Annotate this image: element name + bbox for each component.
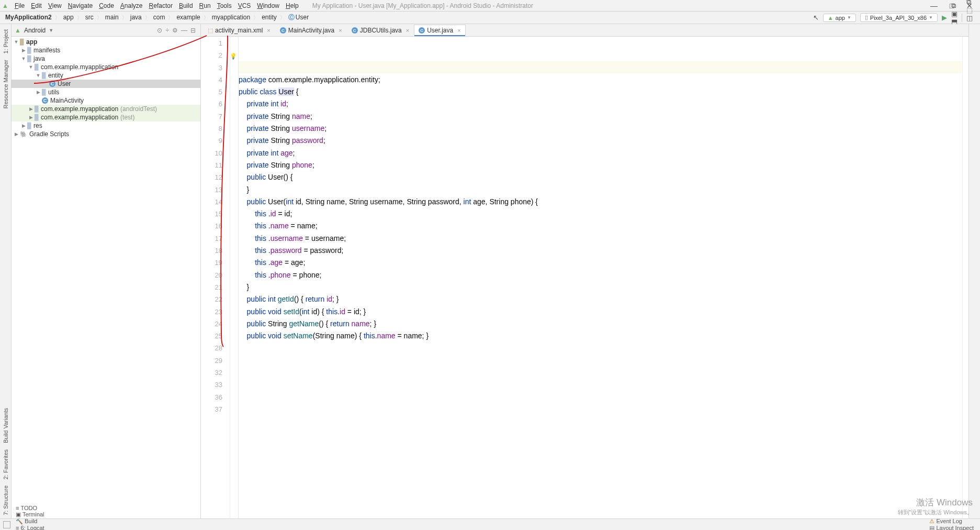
tree-row-manifests[interactable]: ▶▉manifests <box>12 46 200 54</box>
bottom-tab-build[interactable]: 🔨Build <box>13 518 75 525</box>
menu-tools[interactable]: Tools <box>214 1 235 10</box>
twisty-icon[interactable]: ▶ <box>36 90 41 95</box>
toolbar-icon[interactable]: ◫ <box>964 14 977 22</box>
side-tab[interactable]: 2: Favorites <box>3 446 9 482</box>
tree-row-com-example-myapplication[interactable]: ▶▉com.example.myapplication(androidTest) <box>12 105 200 113</box>
file-tab-activity_main-xml[interactable]: ⬚activity_main.xml× <box>203 25 275 36</box>
tree-row-com-example-myapplication[interactable]: ▼▉com.example.myapplication <box>12 63 200 71</box>
code-line[interactable]: public int getId() { return id; } <box>239 293 962 305</box>
code-line[interactable]: private String name; <box>239 111 962 123</box>
twisty-icon[interactable]: ▼ <box>36 73 41 78</box>
panel-tool-icon[interactable]: ⚙ <box>171 27 179 34</box>
twisty-icon[interactable]: ▶ <box>28 115 33 120</box>
breadcrumb[interactable]: ⒸUser <box>286 14 311 21</box>
close-tab-icon[interactable]: × <box>339 27 342 34</box>
toolbar-icon[interactable]: ⬚ <box>964 6 977 14</box>
bottom-tab-eventlog[interactable]: ⚠Event Log <box>926 518 977 525</box>
code-line[interactable]: private String password; <box>239 135 962 147</box>
close-tab-icon[interactable]: × <box>457 27 460 34</box>
tree-row-gradle scripts[interactable]: ▶🐘Gradle Scripts <box>12 130 200 138</box>
code-line[interactable]: this .id = id; <box>239 208 962 220</box>
twisty-icon[interactable]: ▼ <box>28 64 33 70</box>
code-editor[interactable]: 💡 12345678910111213141516171819202122232… <box>201 37 968 518</box>
twisty-icon[interactable]: ▼ <box>14 39 19 45</box>
bottom-tab-todo[interactable]: ≡TODO <box>13 505 75 511</box>
breadcrumb[interactable]: MyApplication2 <box>3 14 54 21</box>
code-line[interactable]: package com.example.myapplication.entity… <box>239 74 962 86</box>
code-line[interactable]: private int age; <box>239 147 962 159</box>
minimize-button[interactable]: — <box>930 2 938 10</box>
twisty-icon[interactable]: ▼ <box>21 56 26 61</box>
code-line[interactable]: } <box>239 281 962 293</box>
side-tab[interactable]: 1: Project <box>3 26 9 57</box>
back-pointer-icon[interactable]: ↖ <box>811 14 821 21</box>
status-icon[interactable] <box>3 521 10 528</box>
tree-row-mainactivity[interactable]: CMainActivity <box>12 96 200 105</box>
code-area[interactable]: package com.example.myapplication.entity… <box>239 37 962 518</box>
chevron-down-icon[interactable]: ▼ <box>49 28 53 33</box>
twisty-icon[interactable]: ▶ <box>21 48 26 53</box>
code-line[interactable]: public class User { <box>239 86 962 98</box>
code-line[interactable]: this .age = age; <box>239 257 962 269</box>
menu-refactor[interactable]: Refactor <box>146 1 176 10</box>
toolbar-icon[interactable]: ▣ <box>949 10 960 18</box>
tree-row-user[interactable]: CUser <box>12 80 200 88</box>
breadcrumb[interactable]: entity <box>260 14 279 21</box>
fold-column[interactable] <box>230 37 239 518</box>
code-line[interactable]: public User() { <box>239 171 962 183</box>
twisty-icon[interactable]: ▶ <box>14 131 19 137</box>
code-line[interactable]: private int id; <box>239 98 962 110</box>
breadcrumb[interactable]: java <box>128 14 144 21</box>
menu-vcs[interactable]: VCS <box>235 1 254 10</box>
file-tab-mainactivity-java[interactable]: CMainActivity.java× <box>275 25 347 36</box>
side-tab[interactable]: Resource Manager <box>3 57 9 112</box>
code-line[interactable]: public void setName(String name) { this.… <box>239 330 962 342</box>
tree-row-res[interactable]: ▶▉res <box>12 122 200 130</box>
bottom-tab-terminal[interactable]: ▣Terminal <box>13 511 75 518</box>
close-tab-icon[interactable]: × <box>406 27 409 34</box>
toolbar-icon[interactable]: ⧉ <box>964 0 977 6</box>
code-line[interactable]: public String getName() { return name; } <box>239 318 962 330</box>
toolbar-icon[interactable]: ⧉ <box>949 2 960 10</box>
run-config-dropdown[interactable]: ▲ app ▼ <box>823 14 856 22</box>
code-line[interactable]: public User(int id, String name, String … <box>239 196 962 208</box>
breadcrumb[interactable]: main <box>103 14 121 21</box>
panel-tool-icon[interactable]: ⊟ <box>189 27 197 34</box>
file-tab-jdbcutils-java[interactable]: CJDBCUtils.java× <box>347 25 414 36</box>
close-tab-icon[interactable]: × <box>267 27 270 34</box>
menu-navigate[interactable]: Navigate <box>65 1 96 10</box>
breadcrumb[interactable]: src <box>83 14 96 21</box>
tree-row-com-example-myapplication[interactable]: ▶▉com.example.myapplication(test) <box>12 113 200 122</box>
panel-tool-icon[interactable]: ⊙ <box>155 27 164 34</box>
panel-tool-icon[interactable]: ÷ <box>164 27 171 34</box>
bottom-tab-layoutinspect[interactable]: ▤Layout Inspect <box>926 525 977 531</box>
tree-row-java[interactable]: ▼▉java <box>12 54 200 63</box>
tree-row-entity[interactable]: ▼▉entity <box>12 71 200 80</box>
breadcrumb[interactable]: myapplication <box>210 14 252 21</box>
code-line[interactable]: public void setId(int id) { this.id = id… <box>239 306 962 318</box>
twisty-icon[interactable]: ▶ <box>21 123 26 128</box>
code-line[interactable]: } <box>239 184 962 196</box>
breadcrumb[interactable]: com <box>151 14 167 21</box>
bottom-tab-6logcat[interactable]: ≡6: Logcat <box>13 525 75 531</box>
code-line[interactable]: private String phone; <box>239 159 962 171</box>
menu-help[interactable]: Help <box>283 1 302 10</box>
code-line[interactable]: this .password = password; <box>239 245 962 257</box>
menu-analyze[interactable]: Analyze <box>117 1 146 10</box>
code-line[interactable]: this .phone = phone; <box>239 269 962 281</box>
menu-view[interactable]: View <box>45 1 65 10</box>
tree-row-app[interactable]: ▼▉app <box>12 38 200 46</box>
menu-edit[interactable]: Edit <box>28 1 45 10</box>
code-line[interactable]: this .username = username; <box>239 233 962 245</box>
twisty-icon[interactable]: ▶ <box>28 106 33 112</box>
code-line[interactable]: this .name = name; <box>239 220 962 232</box>
menu-code[interactable]: Code <box>96 1 117 10</box>
side-tab[interactable]: Build Variants <box>3 405 9 446</box>
project-view-label[interactable]: Android <box>24 27 46 34</box>
device-dropdown[interactable]: ▯ Pixel_3a_API_30_x86 ▼ <box>860 13 938 22</box>
tree-row-utils[interactable]: ▶▉utils <box>12 88 200 96</box>
menu-window[interactable]: Window <box>254 1 283 10</box>
breadcrumb[interactable]: example <box>174 14 202 21</box>
code-line[interactable]: private String username; <box>239 123 962 135</box>
side-tab[interactable]: 7: Structure <box>3 482 9 518</box>
